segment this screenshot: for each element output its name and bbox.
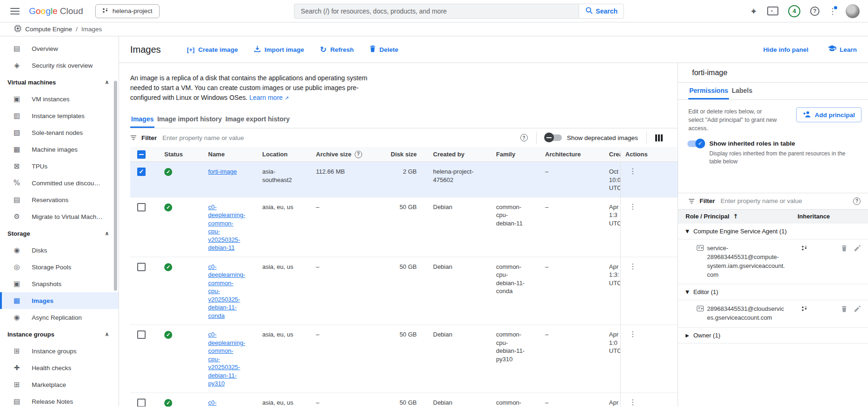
- role-row[interactable]: 289683445531@cloudservic es.gserviceacco…: [678, 300, 868, 328]
- menu-icon[interactable]: [10, 8, 20, 14]
- row-checkbox[interactable]: [137, 263, 146, 271]
- sidebar-item[interactable]: ✚ Health checks: [0, 359, 119, 376]
- project-selector[interactable]: helena-project: [95, 4, 160, 18]
- role-filter-input[interactable]: [721, 197, 853, 204]
- row-actions-button[interactable]: [629, 399, 637, 406]
- archive-size-help-icon[interactable]: [355, 151, 362, 158]
- filter-input[interactable]: [162, 134, 520, 141]
- image-name-link[interactable]: c0- deeplearning-: [208, 399, 245, 407]
- create-image-button[interactable]: Create image: [187, 46, 238, 53]
- add-principal-button[interactable]: Add principal: [796, 107, 861, 122]
- image-name-link[interactable]: c0- deeplearning- common- cpu- v20250325…: [208, 331, 245, 387]
- column-header-role-principal[interactable]: Role / Principal: [686, 213, 738, 220]
- tab[interactable]: Image import history: [156, 111, 223, 128]
- hide-info-panel-button[interactable]: Hide info panel: [763, 46, 808, 53]
- image-name-link[interactable]: forti-image: [208, 168, 237, 175]
- sidebar-item[interactable]: ▦ Machine images: [0, 141, 119, 158]
- row-actions-button[interactable]: [629, 330, 637, 338]
- show-inherited-roles-toggle[interactable]: [687, 140, 704, 147]
- activity-badge[interactable]: 4: [788, 5, 800, 17]
- help-icon[interactable]: [810, 7, 819, 16]
- create-image-icon: [187, 46, 195, 53]
- sidebar-item[interactable]: Instance groups ∧: [0, 326, 119, 343]
- info-panel-tab[interactable]: Labels: [731, 83, 753, 99]
- row-actions-button[interactable]: [629, 203, 637, 211]
- sidebar-item[interactable]: ⚙ Migrate to Virtual Mach…: [0, 208, 119, 225]
- expand-icon[interactable]: ▶: [686, 333, 689, 338]
- row-actions-button[interactable]: [629, 168, 637, 175]
- column-header-created[interactable]: Created: [596, 151, 621, 158]
- search-button[interactable]: Search: [579, 4, 624, 19]
- expand-icon[interactable]: ▼: [686, 229, 689, 234]
- edit-role-icon[interactable]: [854, 306, 861, 312]
- sidebar-item[interactable]: ▦ Images: [0, 292, 119, 309]
- image-name-link[interactable]: c0- deeplearning- common- cpu- v20250325…: [208, 263, 245, 319]
- image-name-link[interactable]: c0- deeplearning- common- cpu- v20250325…: [208, 204, 245, 252]
- delete-button[interactable]: Delete: [370, 45, 399, 54]
- sidebar-item[interactable]: % Committed use discou…: [0, 175, 119, 191]
- table-row[interactable]: c0- deeplearning- common- cpu- v20250325…: [130, 257, 678, 325]
- filter-help-icon[interactable]: [520, 134, 528, 141]
- role-row[interactable]: service- 289683445531@compute- system.ia…: [678, 239, 868, 284]
- row-checkbox[interactable]: [137, 399, 146, 407]
- sidebar-scrollbar[interactable]: [114, 81, 117, 291]
- sidebar-item[interactable]: ⊠ TPUs: [0, 158, 119, 175]
- select-all-checkbox[interactable]: [137, 150, 146, 159]
- table-row[interactable]: c0- deeplearning- common- cpu- v20250325…: [130, 197, 678, 257]
- tab[interactable]: Image export history: [224, 111, 291, 128]
- role-row[interactable]: ▼ Editor (1): [678, 284, 868, 300]
- row-checkbox[interactable]: [137, 203, 146, 211]
- column-header-architecture[interactable]: Architecture: [532, 151, 596, 158]
- sidebar-item[interactable]: Storage ∧: [0, 225, 119, 242]
- column-header-disk-size[interactable]: Disk size: [383, 151, 420, 158]
- column-header-family[interactable]: Family: [483, 151, 532, 158]
- edit-role-icon[interactable]: [854, 245, 861, 252]
- column-header-status[interactable]: Status: [153, 151, 196, 158]
- column-display-icon[interactable]: [655, 134, 663, 141]
- delete-role-icon[interactable]: [841, 306, 847, 312]
- sidebar-item[interactable]: ▣ VM instances: [0, 91, 119, 107]
- sidebar-item[interactable]: ▧ Sole-tenant nodes: [0, 124, 119, 141]
- expand-icon[interactable]: ▼: [686, 289, 689, 295]
- sidebar-item[interactable]: Virtual machines ∧: [0, 74, 119, 91]
- sidebar-item[interactable]: ▤ Overview: [0, 40, 119, 57]
- search-input[interactable]: [294, 4, 579, 19]
- table-row[interactable]: forti-image asia- southeast2 112.66 MB 2…: [130, 162, 678, 197]
- learn-more-link[interactable]: Learn more: [249, 94, 283, 101]
- info-panel-tab[interactable]: Permissions: [688, 83, 729, 99]
- sidebar-item[interactable]: ▥ Instance templates: [0, 107, 119, 124]
- gemini-icon[interactable]: [750, 6, 757, 16]
- sidebar-item[interactable]: ▣ Snapshots: [0, 275, 119, 292]
- role-row[interactable]: ▶ Owner (1): [678, 328, 868, 344]
- sidebar-item[interactable]: ⊞ Instance groups: [0, 343, 119, 359]
- sidebar-item[interactable]: ▤ Reservations: [0, 191, 119, 208]
- sidebar-item[interactable]: ◎ Storage Pools: [0, 259, 119, 275]
- column-header-location[interactable]: Location: [251, 151, 304, 158]
- sidebar-item[interactable]: ◉ Disks: [0, 242, 119, 259]
- sidebar-item-label: Migrate to Virtual Mach…: [32, 213, 103, 220]
- cloud-shell-icon[interactable]: [767, 7, 778, 15]
- sidebar-item[interactable]: ⊞ Marketplace: [0, 376, 119, 393]
- import-image-button[interactable]: Import image: [254, 45, 304, 54]
- sidebar-item[interactable]: ◉ Async Replication: [0, 309, 119, 326]
- breadcrumb-app[interactable]: Compute Engine: [25, 26, 72, 33]
- filter-help-icon[interactable]: [853, 197, 861, 205]
- table-row[interactable]: c0- deeplearning- asia, eu, us – 50 GB D…: [130, 393, 678, 407]
- role-row[interactable]: ▼ Compute Engine Service Agent (1): [678, 224, 868, 239]
- show-deprecated-toggle[interactable]: [545, 134, 562, 141]
- table-row[interactable]: c0- deeplearning- common- cpu- v20250325…: [130, 325, 678, 393]
- row-checkbox[interactable]: [137, 330, 146, 339]
- delete-role-icon[interactable]: [841, 245, 847, 252]
- column-header-archive-size[interactable]: Archive size: [304, 151, 383, 158]
- row-checkbox[interactable]: [137, 168, 146, 176]
- avatar[interactable]: [846, 4, 860, 18]
- more-menu-icon[interactable]: [829, 7, 836, 16]
- sidebar-item[interactable]: ◈ Security risk overview: [0, 57, 119, 74]
- column-header-name[interactable]: Name: [196, 151, 251, 158]
- sidebar-item[interactable]: ▤ Release Notes: [0, 393, 119, 407]
- tab[interactable]: Images: [130, 111, 154, 128]
- learn-button[interactable]: Learn: [828, 45, 857, 54]
- column-header-created-by[interactable]: Created by: [420, 151, 483, 158]
- row-actions-button[interactable]: [629, 263, 637, 270]
- refresh-button[interactable]: Refresh: [320, 45, 354, 54]
